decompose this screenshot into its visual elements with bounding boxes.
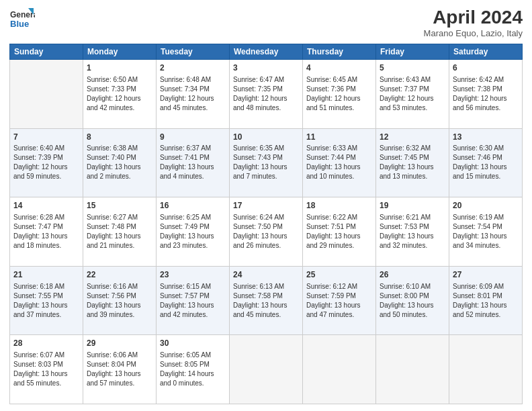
day-info-line: Sunset: 7:39 PM <box>13 153 79 163</box>
day-info-line: Sunrise: 6:45 AM <box>306 75 372 85</box>
day-number: 15 <box>87 200 152 212</box>
day-info-line: Daylight: 13 hours <box>306 301 372 310</box>
calendar-week-row: 14Sunrise: 6:28 AMSunset: 7:47 PMDayligh… <box>10 197 523 267</box>
day-info-line: Daylight: 13 hours <box>453 163 519 172</box>
weekday-header-row: SundayMondayTuesdayWednesdayThursdayFrid… <box>10 44 523 60</box>
header: General Blue April 2024 Marano Equo, Laz… <box>9 7 523 38</box>
day-info-line: Sunset: 8:00 PM <box>380 291 445 301</box>
calendar-cell: 3Sunrise: 6:47 AMSunset: 7:35 PMDaylight… <box>230 60 303 129</box>
day-info-line: and 0 minutes. <box>160 379 226 388</box>
day-info-line: Sunset: 7:56 PM <box>87 291 152 301</box>
calendar-cell: 6Sunrise: 6:42 AMSunset: 7:38 PMDaylight… <box>449 60 523 129</box>
svg-text:Blue: Blue <box>10 19 29 29</box>
weekday-header: Monday <box>83 44 157 60</box>
calendar-cell: 9Sunrise: 6:37 AMSunset: 7:41 PMDaylight… <box>157 128 230 197</box>
day-number: 28 <box>13 338 79 349</box>
day-info-line: and 2 minutes. <box>87 172 152 181</box>
day-info-line: Sunset: 7:38 PM <box>453 85 519 94</box>
day-info-line: Sunrise: 6:19 AM <box>453 213 519 222</box>
day-info-line: Sunrise: 6:24 AM <box>233 213 299 222</box>
day-info-line: Sunrise: 6:30 AM <box>453 144 519 153</box>
day-info-line: Sunset: 7:51 PM <box>306 222 372 232</box>
day-info-line: Daylight: 13 hours <box>306 232 372 241</box>
calendar-cell: 8Sunrise: 6:38 AMSunset: 7:40 PMDaylight… <box>83 128 157 197</box>
day-info-line: Sunset: 7:41 PM <box>160 153 226 163</box>
day-info-line: Sunrise: 6:13 AM <box>233 282 299 291</box>
day-info-line: Sunset: 7:37 PM <box>380 85 445 94</box>
day-info-line: Sunset: 7:55 PM <box>13 291 79 301</box>
calendar-week-row: 28Sunrise: 6:07 AMSunset: 8:03 PMDayligh… <box>10 335 523 404</box>
day-number: 10 <box>233 132 299 143</box>
calendar-cell: 23Sunrise: 6:15 AMSunset: 7:57 PMDayligh… <box>157 266 230 335</box>
day-info-line: Sunrise: 6:07 AM <box>13 351 79 360</box>
day-info-line: Sunrise: 6:21 AM <box>380 213 445 222</box>
day-info-line: Sunrise: 6:48 AM <box>160 75 226 85</box>
day-info-line: Sunrise: 6:33 AM <box>306 144 372 153</box>
day-info-line: Daylight: 12 hours <box>87 94 152 103</box>
calendar-cell <box>230 335 303 404</box>
day-info-line: Sunrise: 6:38 AM <box>87 144 152 153</box>
day-number: 18 <box>306 200 372 212</box>
calendar-cell: 22Sunrise: 6:16 AMSunset: 7:56 PMDayligh… <box>83 266 157 335</box>
weekday-header: Saturday <box>449 44 523 60</box>
day-info-line: Sunset: 8:03 PM <box>13 360 79 369</box>
calendar-week-row: 21Sunrise: 6:18 AMSunset: 7:55 PMDayligh… <box>10 266 523 335</box>
day-number: 2 <box>160 62 226 74</box>
calendar-cell <box>303 335 376 404</box>
day-info-line: Sunrise: 6:18 AM <box>13 282 79 291</box>
calendar-cell: 26Sunrise: 6:10 AMSunset: 8:00 PMDayligh… <box>376 266 449 335</box>
calendar-cell <box>376 335 449 404</box>
day-info-line: and 13 minutes. <box>380 172 445 181</box>
day-info-line: Sunset: 7:34 PM <box>160 85 226 94</box>
weekday-header: Wednesday <box>230 44 303 60</box>
day-number: 14 <box>13 200 79 212</box>
calendar-cell <box>10 60 83 129</box>
day-info-line: and 50 minutes. <box>380 310 445 320</box>
day-info-line: Daylight: 13 hours <box>380 232 445 241</box>
day-info-line: Daylight: 12 hours <box>13 163 79 172</box>
calendar-cell: 1Sunrise: 6:50 AMSunset: 7:33 PMDaylight… <box>83 60 157 129</box>
day-number: 22 <box>87 269 152 281</box>
calendar-cell: 11Sunrise: 6:33 AMSunset: 7:44 PMDayligh… <box>303 128 376 197</box>
day-number: 29 <box>87 338 152 349</box>
day-info-line: Daylight: 13 hours <box>87 163 152 172</box>
weekday-header: Friday <box>376 44 449 60</box>
calendar-week-row: 1Sunrise: 6:50 AMSunset: 7:33 PMDaylight… <box>10 60 523 129</box>
day-info-line: and 18 minutes. <box>13 241 79 250</box>
day-info-line: Sunrise: 6:28 AM <box>13 213 79 222</box>
day-info-line: and 53 minutes. <box>380 103 445 113</box>
day-info-line: Daylight: 13 hours <box>306 163 372 172</box>
day-info-line: Sunrise: 6:22 AM <box>306 213 372 222</box>
day-info-line: and 4 minutes. <box>160 172 226 181</box>
calendar-cell: 25Sunrise: 6:12 AMSunset: 7:59 PMDayligh… <box>303 266 376 335</box>
day-info-line: and 37 minutes. <box>13 310 79 320</box>
day-info-line: and 10 minutes. <box>306 172 372 181</box>
day-info-line: Sunrise: 6:25 AM <box>160 213 226 222</box>
day-info-line: Sunrise: 6:05 AM <box>160 351 226 360</box>
weekday-header: Sunday <box>10 44 83 60</box>
day-number: 26 <box>380 269 445 281</box>
day-info-line: Sunrise: 6:43 AM <box>380 75 445 85</box>
day-info-line: Sunset: 7:43 PM <box>233 153 299 163</box>
day-info-line: Sunrise: 6:40 AM <box>13 144 79 153</box>
day-info-line: Sunset: 8:05 PM <box>160 360 226 369</box>
day-number: 19 <box>380 200 445 212</box>
day-info-line: Sunrise: 6:16 AM <box>87 282 152 291</box>
day-info-line: Daylight: 13 hours <box>87 369 152 379</box>
day-info-line: Daylight: 13 hours <box>160 163 226 172</box>
day-info-line: and 15 minutes. <box>453 172 519 181</box>
calendar-cell: 2Sunrise: 6:48 AMSunset: 7:34 PMDaylight… <box>157 60 230 129</box>
day-info-line: and 45 minutes. <box>160 103 226 113</box>
day-info-line: Sunset: 7:58 PM <box>233 291 299 301</box>
day-info-line: Sunrise: 6:12 AM <box>306 282 372 291</box>
calendar-cell: 4Sunrise: 6:45 AMSunset: 7:36 PMDaylight… <box>303 60 376 129</box>
day-info-line: and 57 minutes. <box>87 379 152 388</box>
weekday-header: Thursday <box>303 44 376 60</box>
calendar-cell: 5Sunrise: 6:43 AMSunset: 7:37 PMDaylight… <box>376 60 449 129</box>
calendar-cell: 30Sunrise: 6:05 AMSunset: 8:05 PMDayligh… <box>157 335 230 404</box>
day-info-line: and 47 minutes. <box>306 310 372 320</box>
day-number: 25 <box>306 269 372 281</box>
day-info-line: and 21 minutes. <box>87 241 152 250</box>
day-info-line: Sunrise: 6:50 AM <box>87 75 152 85</box>
day-number: 5 <box>380 62 445 74</box>
